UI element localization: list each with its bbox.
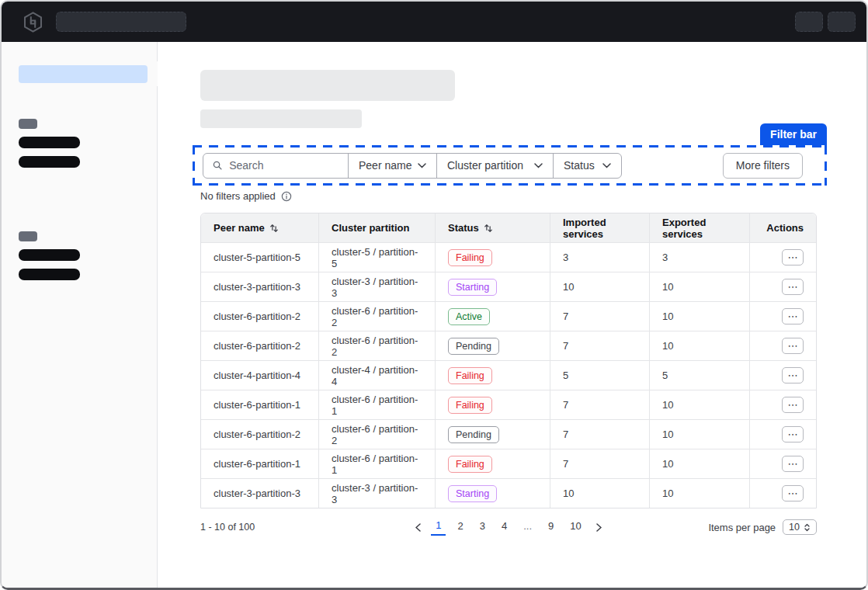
- app-window: Filter bar Peer name: [0, 0, 868, 590]
- results-range: 1 - 10 of 100: [200, 522, 356, 533]
- filter-dropdown-label: Peer name: [359, 159, 411, 172]
- table-row: cluster-3-partition-3 cluster-3 / partit…: [201, 478, 816, 508]
- ellipsis-icon: ⋯: [788, 488, 798, 499]
- chevron-right-icon: [596, 523, 602, 532]
- sidebar-skeleton-active-item: [19, 65, 148, 83]
- chevron-down-icon: [602, 163, 611, 168]
- filter-dropdown-cluster-partition[interactable]: Cluster partition: [436, 154, 553, 178]
- cell-cluster-partition: cluster-3 / partition-3: [318, 478, 435, 508]
- cell-exported: 10: [649, 301, 749, 331]
- main-content: Filter bar Peer name: [158, 42, 866, 588]
- sort-icon[interactable]: [484, 224, 493, 233]
- filter-bar-annotation-border: [825, 145, 827, 186]
- column-label: Exported services: [662, 217, 737, 240]
- search-field[interactable]: [203, 154, 348, 178]
- page-button-2[interactable]: 2: [453, 519, 467, 535]
- ellipsis-icon: ⋯: [788, 281, 798, 293]
- chevron-down-icon: [534, 163, 543, 168]
- filter-dropdown-label: Status: [564, 159, 595, 172]
- table-row: cluster-5-partition-5 cluster-5 / partit…: [201, 242, 816, 272]
- more-filters-button[interactable]: More filters: [723, 153, 803, 179]
- items-per-page-select[interactable]: 10: [783, 519, 817, 535]
- sidebar-skeleton-section-label-1: [19, 119, 37, 129]
- page-button-1[interactable]: 1: [431, 519, 446, 536]
- filter-dropdown-peer-name[interactable]: Peer name: [348, 154, 436, 178]
- column-header-status[interactable]: Status: [435, 213, 550, 242]
- cell-cluster-partition: cluster-6 / partition-1: [318, 449, 435, 478]
- column-label: Status: [448, 222, 479, 234]
- page-button-3[interactable]: 3: [475, 519, 490, 535]
- cell-actions: ⋯: [749, 272, 816, 301]
- row-actions-button[interactable]: ⋯: [782, 397, 804, 413]
- row-actions-button[interactable]: ⋯: [782, 485, 804, 502]
- chevron-down-icon: [418, 163, 426, 168]
- cell-imported: 10: [550, 272, 649, 301]
- cell-cluster-partition: cluster-6 / partition-1: [318, 390, 435, 419]
- column-header-exported-services: Exported services: [649, 213, 749, 242]
- row-actions-button[interactable]: ⋯: [782, 426, 804, 442]
- row-actions-button[interactable]: ⋯: [782, 279, 804, 295]
- items-per-page: Items per page 10: [661, 519, 817, 535]
- cell-cluster-partition: cluster-6 / partition-2: [318, 331, 435, 360]
- cell-status: Failing: [435, 390, 550, 419]
- cell-imported: 7: [550, 390, 649, 419]
- table-row: cluster-6-partition-2 cluster-6 / partit…: [201, 419, 816, 449]
- sidebar-skeleton-link: [19, 137, 80, 148]
- table-row: cluster-3-partition-3 cluster-3 / partit…: [201, 272, 816, 301]
- peers-table: Peer name Cluster partition Status Impor…: [200, 213, 817, 508]
- cell-status: Starting: [435, 478, 550, 508]
- cell-exported: 10: [649, 449, 749, 478]
- cell-cluster-partition: cluster-6 / partition-2: [318, 419, 435, 449]
- page-ellipsis: ...: [519, 519, 536, 535]
- column-header-peer-name[interactable]: Peer name: [201, 213, 318, 242]
- cell-peer-name: cluster-3-partition-3: [201, 478, 318, 508]
- sidebar-skeleton-section-label-2: [19, 231, 37, 241]
- no-filters-text: No filters applied: [200, 190, 276, 202]
- row-actions-button[interactable]: ⋯: [782, 338, 804, 354]
- search-icon: [213, 160, 222, 171]
- ellipsis-icon: ⋯: [788, 311, 798, 322]
- cell-actions: ⋯: [749, 301, 816, 331]
- ellipsis-icon: ⋯: [788, 252, 798, 263]
- cell-status: Failing: [435, 242, 550, 272]
- items-per-page-label: Items per page: [708, 522, 776, 533]
- cell-imported: 7: [550, 419, 649, 449]
- cell-peer-name: cluster-4-partition-4: [201, 360, 318, 390]
- status-badge: Failing: [448, 367, 492, 384]
- cell-imported: 10: [550, 478, 649, 508]
- cell-status: Pending: [435, 331, 550, 360]
- cell-cluster-partition: cluster-5 / partition-5: [318, 242, 435, 272]
- status-badge: Failing: [448, 249, 492, 266]
- page-button-4[interactable]: 4: [497, 519, 512, 535]
- cell-exported: 10: [649, 331, 749, 360]
- sort-icon[interactable]: [269, 224, 279, 233]
- column-header-actions: Actions: [749, 213, 816, 242]
- hashicorp-logo-icon: [23, 12, 43, 33]
- cell-status: Failing: [435, 449, 550, 478]
- ellipsis-icon: ⋯: [788, 458, 798, 470]
- next-page-button[interactable]: [593, 522, 605, 533]
- sidebar-skeleton-link: [19, 249, 80, 261]
- row-actions-button[interactable]: ⋯: [782, 308, 804, 324]
- filter-dropdown-status[interactable]: Status: [553, 154, 621, 178]
- cell-exported: 3: [649, 242, 749, 272]
- column-header-cluster-partition[interactable]: Cluster partition: [318, 213, 435, 242]
- page-button-10[interactable]: 10: [565, 519, 585, 535]
- items-per-page-value: 10: [789, 522, 800, 533]
- filter-bar: Filter bar Peer name: [193, 145, 827, 186]
- cell-exported: 5: [649, 360, 749, 390]
- page-button-9[interactable]: 9: [543, 519, 558, 535]
- filter-bar-annotation-border: [193, 145, 195, 186]
- cell-actions: ⋯: [749, 478, 816, 508]
- search-input[interactable]: [229, 159, 339, 172]
- cell-actions: ⋯: [749, 390, 816, 419]
- column-label: Actions: [766, 222, 804, 234]
- row-actions-button[interactable]: ⋯: [782, 249, 804, 266]
- cell-peer-name: cluster-6-partition-1: [201, 449, 318, 478]
- prev-page-button[interactable]: [412, 522, 424, 533]
- info-icon[interactable]: [281, 191, 292, 202]
- row-actions-button[interactable]: ⋯: [782, 367, 804, 384]
- cell-exported: 10: [649, 390, 749, 419]
- select-caret-icon: [804, 523, 811, 532]
- row-actions-button[interactable]: ⋯: [782, 456, 804, 472]
